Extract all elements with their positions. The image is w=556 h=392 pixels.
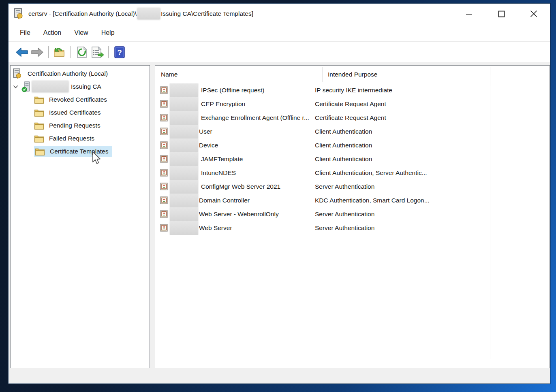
template-purpose: Client Authentication — [309, 142, 372, 149]
template-row[interactable]: Web Server Server Authentication — [155, 221, 550, 235]
template-name: User — [199, 128, 212, 135]
folder-icon — [34, 121, 44, 130]
certificate-template-icon — [160, 169, 168, 177]
column-header-name[interactable]: Name — [155, 71, 322, 78]
menu-bar: File Action View Help — [9, 24, 550, 42]
template-row[interactable]: Domain Controller KDC Authentication, Sm… — [155, 194, 550, 207]
redacted-text — [170, 166, 198, 180]
template-purpose: IP security IKE intermediate — [309, 87, 392, 94]
toolbar-separator — [48, 46, 49, 58]
redacted-text — [137, 8, 160, 19]
template-name: Web Server — [199, 224, 232, 232]
close-button[interactable] — [518, 4, 550, 24]
template-name: Device — [199, 142, 218, 149]
refresh-icon — [76, 46, 88, 58]
forward-button[interactable] — [30, 45, 45, 60]
certificate-template-icon — [160, 196, 168, 205]
console-tree-pane: Certification Authority (Local) Issuing — [10, 65, 150, 368]
redacted-text — [170, 97, 198, 111]
tree-item-label: Issued Certificates — [47, 108, 103, 117]
ca-server-icon — [21, 81, 31, 92]
maximize-icon — [498, 11, 505, 17]
toolbar-separator — [71, 46, 71, 58]
content-area: Certification Authority (Local) Issuing — [9, 62, 550, 370]
certificate-template-icon — [160, 128, 168, 136]
certificate-template-icon — [160, 210, 168, 218]
redacted-text — [170, 125, 198, 138]
template-purpose: Certificate Request Agent — [309, 100, 386, 108]
column-divider[interactable] — [490, 67, 490, 359]
template-purpose: Server Authentication — [309, 211, 374, 218]
close-icon — [530, 10, 537, 17]
tree-item-failed-requests[interactable]: Failed Requests — [11, 132, 150, 145]
folder-icon — [35, 147, 45, 156]
certsrv-app-icon[interactable] — [13, 8, 24, 19]
template-row[interactable]: IPSec (Offline request) IP security IKE … — [155, 83, 550, 97]
template-row[interactable]: User Client Authentication — [155, 125, 550, 138]
menu-item-view[interactable]: View — [68, 27, 94, 39]
redacted-text — [32, 81, 68, 92]
export-list-button[interactable] — [90, 45, 105, 60]
template-purpose: Client Authentication — [309, 128, 372, 135]
help-button[interactable]: ? — [112, 45, 127, 60]
column-header-intended-purpose[interactable]: Intended Purpose — [322, 71, 490, 78]
certificate-template-icon — [160, 224, 168, 232]
template-purpose: KDC Authentication, Smart Card Logon... — [309, 197, 430, 204]
window-title: certsrv - [Certification Authority (Loca… — [28, 8, 253, 19]
template-name: IntuneNDES — [201, 169, 236, 177]
template-purpose: Server Authentication — [309, 224, 374, 232]
help-icon: ? — [114, 46, 125, 58]
column-divider[interactable] — [322, 67, 323, 82]
template-row[interactable]: JAMFTemplate Client Authentication — [155, 152, 550, 166]
certificate-template-icon — [160, 86, 168, 94]
template-name: Exchange Enrollment Agent (Offline r... — [201, 114, 309, 121]
status-bar — [9, 370, 550, 383]
redacted-text — [170, 207, 198, 221]
redacted-text — [170, 221, 198, 235]
redacted-text — [170, 83, 198, 97]
tree-node-label: Issuing CA — [69, 82, 103, 91]
tree-item-issued-certificates[interactable]: Issued Certificates — [11, 106, 150, 119]
tree-item-revoked-certificates[interactable]: Revoked Certificates — [11, 93, 150, 106]
back-icon — [15, 47, 28, 58]
template-row[interactable]: Exchange Enrollment Agent (Offline r... … — [155, 111, 550, 125]
templates-list-pane: Name Intended Purpose IPSec (Offline — [155, 65, 550, 368]
tree-root-certification-authority[interactable]: Certification Authority (Local) — [11, 67, 150, 80]
certificate-template-icon — [160, 141, 168, 149]
template-row[interactable]: Device Client Authentication — [155, 138, 550, 152]
menu-item-file[interactable]: File — [13, 27, 37, 39]
menu-item-action[interactable]: Action — [37, 27, 68, 39]
redacted-text — [170, 111, 198, 125]
tree-root-label: Certification Authority (Local) — [26, 69, 109, 78]
template-row[interactable]: Web Server - WebenrollOnly Server Authen… — [155, 207, 550, 221]
certificate-template-icon — [160, 114, 168, 122]
toolbar: ? — [9, 42, 550, 62]
forward-icon — [31, 47, 44, 58]
template-row[interactable]: IntuneNDES Client Authentication, Server… — [155, 166, 550, 180]
redacted-text — [170, 194, 198, 207]
refresh-button[interactable] — [74, 45, 90, 60]
template-row[interactable]: CEP Encryption Certificate Request Agent — [155, 97, 550, 111]
title-bar[interactable]: certsrv - [Certification Authority (Loca… — [9, 4, 550, 24]
certificate-template-icon — [160, 155, 168, 163]
folder-icon — [34, 109, 44, 117]
back-button[interactable] — [14, 45, 30, 60]
template-purpose: Client Authentication — [309, 156, 372, 163]
minimize-button[interactable] — [453, 4, 485, 24]
chevron-down-icon[interactable] — [12, 85, 19, 89]
tree-node-issuing-ca[interactable]: Issuing CA — [11, 80, 150, 93]
tree-item-pending-requests[interactable]: Pending Requests — [11, 119, 150, 132]
tree-item-certificate-templates[interactable]: Certificate Templates — [11, 145, 150, 158]
certificate-template-icon — [160, 183, 168, 191]
tree-item-label: Pending Requests — [47, 121, 102, 130]
template-name: IPSec (Offline request) — [201, 87, 265, 94]
template-row[interactable]: ConfigMgr Web Server 2021 Server Authent… — [155, 180, 550, 194]
toolbar-separator — [108, 46, 109, 58]
maximize-button[interactable] — [485, 4, 518, 24]
redacted-text — [170, 152, 198, 166]
certification-authority-icon — [13, 68, 22, 79]
show-hide-console-tree-button[interactable] — [52, 45, 67, 60]
tree-item-label: Revoked Certificates — [47, 95, 109, 104]
menu-item-help[interactable]: Help — [95, 27, 121, 39]
template-purpose: Certificate Request Agent — [309, 114, 386, 121]
